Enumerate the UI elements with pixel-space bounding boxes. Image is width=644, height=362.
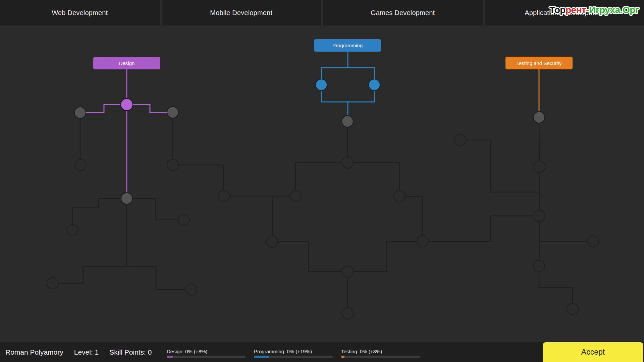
skill-progress-track	[254, 356, 333, 358]
skill-node-d3[interactable]	[167, 107, 178, 118]
watermark-part: Игруха.Орг	[589, 5, 639, 15]
skill-node-d4[interactable]	[75, 159, 86, 171]
skill-edge	[423, 216, 539, 241]
skill-edge	[321, 85, 374, 102]
skill-node-p7[interactable]	[218, 190, 229, 202]
skill-edge	[347, 163, 399, 196]
skill-edge	[539, 266, 573, 309]
skill-node-d6[interactable]	[121, 193, 132, 204]
skill-edge	[272, 242, 347, 272]
skill-node-p5[interactable]	[290, 190, 302, 202]
skill-progress-label: Testing: 0% (+3%)	[341, 349, 420, 354]
watermark-part: Тор	[549, 5, 566, 15]
skill-points: Skill Points: 0	[109, 348, 152, 356]
skill-edge	[127, 266, 191, 290]
skill-node-d1[interactable]	[121, 99, 133, 111]
player-name: Roman Polyamory	[5, 348, 63, 356]
skill-progress-label: Programming: 0% (+19%)	[254, 349, 333, 354]
tab-bar: Web DevelopmentMobile DevelopmentGames D…	[0, 0, 644, 25]
skill-node-p2[interactable]	[369, 79, 380, 90]
skill-edge	[321, 68, 374, 85]
skill-progress-testing: Testing: 0% (+3%)	[341, 349, 420, 358]
player-level: Level: 1	[74, 348, 99, 356]
skill-node-t4[interactable]	[534, 210, 545, 222]
skill-node-t6[interactable]	[533, 260, 545, 272]
accept-button[interactable]: Accept	[543, 342, 643, 362]
skill-progress-label: Design: 0% (+8%)	[167, 349, 246, 354]
skill-node-p11[interactable]	[342, 308, 353, 319]
player-info: Roman Polyamory Level: 1 Skill Points: 0	[5, 342, 152, 362]
skill-edge	[539, 117, 539, 167]
skill-node-t3[interactable]	[534, 161, 545, 172]
branch-label-design[interactable]: Design	[93, 57, 160, 69]
skill-node-d9[interactable]	[47, 278, 58, 289]
skill-tree-canvas	[0, 0, 644, 362]
skill-node-t1[interactable]	[533, 112, 545, 123]
tab-web[interactable]: Web Development	[0, 0, 160, 25]
skill-progress-design: Design: 0% (+8%)	[167, 349, 246, 358]
skill-edge	[127, 198, 184, 220]
skill-edge	[72, 198, 127, 230]
status-bar: Roman Polyamory Level: 1 Skill Points: 0…	[0, 342, 644, 362]
skill-edge	[53, 266, 127, 283]
branch-label-programming[interactable]: Programming	[314, 39, 381, 52]
skill-node-p4[interactable]	[342, 157, 353, 168]
skill-progress-list: Design: 0% (+8%)Programming: 0% (+19%)Te…	[167, 342, 420, 362]
skill-node-p10[interactable]	[342, 266, 353, 277]
skill-progress-fill	[167, 356, 173, 358]
skill-node-p3[interactable]	[342, 116, 353, 127]
watermark-part: рент-	[566, 5, 589, 15]
skill-progress-track	[341, 356, 420, 358]
tab-mobile[interactable]: Mobile Development	[162, 0, 321, 25]
skill-edge	[460, 140, 539, 192]
skill-progress-fill	[341, 356, 344, 358]
skill-node-d7[interactable]	[67, 225, 78, 236]
skill-edge	[80, 105, 127, 113]
skill-node-d2[interactable]	[74, 107, 86, 118]
skill-node-t5[interactable]	[587, 236, 599, 247]
skill-edge	[173, 165, 224, 196]
skill-edge	[347, 241, 423, 272]
skill-node-d10[interactable]	[185, 284, 197, 295]
skill-node-p1[interactable]	[316, 79, 327, 90]
tab-games[interactable]: Games Development	[323, 0, 483, 25]
skill-progress-fill	[254, 356, 269, 358]
skill-node-p9[interactable]	[417, 236, 428, 247]
skill-edge	[127, 105, 173, 113]
watermark: Торрент-Игруха.Орг	[549, 5, 639, 15]
skill-progress-track	[167, 356, 246, 358]
skill-edge	[399, 196, 423, 241]
skill-node-d5[interactable]	[167, 159, 178, 171]
skill-node-t2[interactable]	[454, 134, 466, 146]
skill-node-d8[interactable]	[178, 214, 190, 226]
skill-node-p8[interactable]	[266, 236, 278, 247]
branch-label-testing[interactable]: Testing and Security	[505, 57, 573, 69]
skill-progress-programming: Programming: 0% (+19%)	[254, 349, 333, 358]
skill-node-p6[interactable]	[394, 191, 405, 202]
skill-tree-stage: Web DevelopmentMobile DevelopmentGames D…	[0, 0, 644, 362]
skill-node-t7[interactable]	[567, 303, 578, 315]
skill-edge	[296, 163, 347, 196]
